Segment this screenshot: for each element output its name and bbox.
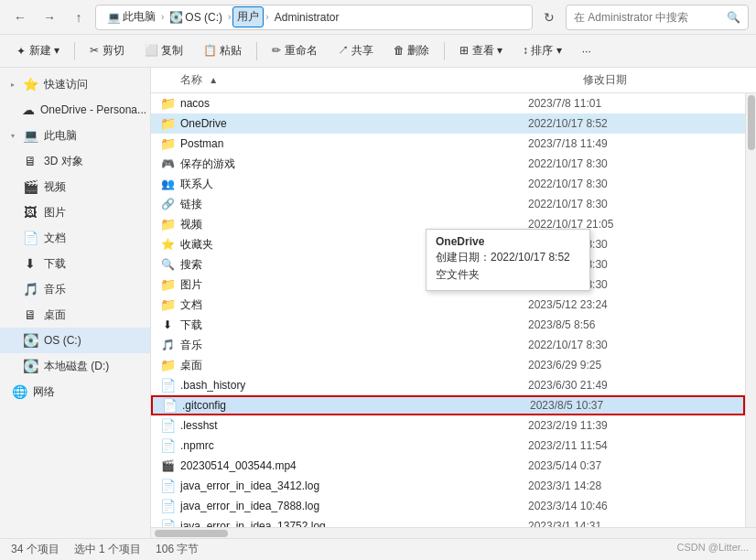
sidebar-item-onedrive[interactable]: ☁ OneDrive - Persona... bbox=[0, 97, 150, 123]
file-row-onedrive[interactable]: 📁 OneDrive 2022/10/17 8:52 bbox=[151, 113, 745, 134]
breadcrumb-bar[interactable]: 💻 此电脑 › 💽 OS (C:) › 用户 › Administrator bbox=[95, 5, 533, 30]
folder-icon-savedgames: 🎮 bbox=[158, 155, 177, 173]
breadcrumb-users[interactable]: 用户 bbox=[232, 6, 264, 27]
search-bar: 🔍 bbox=[566, 5, 749, 30]
expand-icon-quickaccess: ▸ bbox=[11, 81, 15, 89]
sep2: › bbox=[228, 12, 231, 22]
file-header: 名称 ▲ 修改日期 bbox=[151, 68, 756, 93]
file-row-log3[interactable]: 📄 java_error_in_idea_13752.log 2023/3/1 … bbox=[151, 516, 745, 527]
file-list[interactable]: 📁 nacos 2023/7/8 11:01 📁 OneDrive 2022/1… bbox=[151, 93, 745, 527]
file-row-postman[interactable]: 📁 Postman 2023/7/18 11:49 bbox=[151, 134, 745, 154]
file-row-savedgames[interactable]: 🎮 保存的游戏 2022/10/17 8:30 bbox=[151, 154, 745, 174]
file-area-wrapper: 📁 nacos 2023/7/8 11:01 📁 OneDrive 2022/1… bbox=[151, 93, 756, 527]
file-row-desktop[interactable]: 📁 桌面 2023/6/29 9:25 bbox=[151, 355, 745, 375]
folder-icon-documents: 📁 bbox=[158, 296, 177, 314]
sidebar-item-desktop[interactable]: 🖥 桌面 bbox=[0, 302, 150, 328]
file-row-gitconfig[interactable]: 📄 .gitconfig 2023/8/5 10:37 bbox=[151, 395, 745, 415]
downloads-icon: ⬇ bbox=[22, 256, 38, 271]
desktop-icon: 🖥 bbox=[22, 307, 38, 322]
address-bar: ← → ↑ 💻 此电脑 › 💽 OS (C:) › 用户 › Administr… bbox=[0, 0, 756, 35]
sidebar-item-3dobjects[interactable]: 🖥 3D 对象 bbox=[0, 148, 150, 174]
sidebar-item-network[interactable]: 🌐 网络 bbox=[0, 379, 150, 404]
status-selected: 选中 1 个项目 bbox=[74, 542, 141, 557]
more-button[interactable]: ··· bbox=[573, 38, 600, 64]
sidebar-item-documents[interactable]: 📄 文档 bbox=[0, 225, 150, 251]
file-row-lesshst[interactable]: 📄 .lesshst 2023/2/19 11:39 bbox=[151, 415, 745, 436]
cut-button[interactable]: ✂ 剪切 bbox=[81, 38, 133, 64]
search-input[interactable] bbox=[574, 11, 723, 24]
pc-icon: 💻 bbox=[107, 11, 121, 24]
forward-button[interactable]: → bbox=[37, 5, 62, 30]
share-button[interactable]: ↗ 共享 bbox=[329, 38, 383, 64]
file-icon-npmrc: 📄 bbox=[158, 436, 177, 455]
sidebar-item-diskd[interactable]: 💽 本地磁盘 (D:) bbox=[0, 353, 150, 379]
folder-icon-nacos: 📁 bbox=[158, 94, 177, 113]
sidebar-item-quickaccess[interactable]: ▸ ⭐ 快速访问 bbox=[0, 71, 150, 97]
scroll-thumb bbox=[748, 95, 755, 150]
file-row-contacts[interactable]: 👥 联系人 2022/10/17 8:30 bbox=[151, 174, 745, 194]
refresh-button[interactable]: ↻ bbox=[536, 5, 562, 30]
log-icon-3: 📄 bbox=[158, 517, 177, 527]
folder-icon-onedrive: 📁 bbox=[158, 114, 177, 133]
network-icon: 🌐 bbox=[11, 384, 27, 399]
disk-icon-sidebar: 💽 bbox=[22, 333, 38, 348]
sidebar-item-videos[interactable]: 🎬 视频 bbox=[0, 174, 150, 199]
3d-icon: 🖥 bbox=[22, 154, 38, 168]
search-icon: 🔍 bbox=[727, 11, 740, 24]
sort-button[interactable]: ↕ 排序 ▾ bbox=[513, 38, 571, 64]
video-icon-sidebar: 🎬 bbox=[22, 179, 38, 194]
log-icon-1: 📄 bbox=[158, 477, 177, 495]
up-button[interactable]: ↑ bbox=[66, 5, 92, 30]
breadcrumb-thispc[interactable]: 💻 此电脑 bbox=[103, 7, 159, 27]
file-row-log2[interactable]: 📄 java_error_in_idea_7888.log 2023/3/14 … bbox=[151, 496, 745, 516]
folder-icon-pictures: 📁 bbox=[158, 275, 177, 294]
col-name-header[interactable]: 名称 ▲ bbox=[180, 72, 583, 88]
sidebar-item-osc[interactable]: 💽 OS (C:) bbox=[0, 328, 150, 353]
favorites-icon: ⭐ bbox=[158, 235, 177, 253]
file-row-documents[interactable]: 📁 文档 2023/5/12 23:24 bbox=[151, 295, 745, 315]
file-row-links[interactable]: 🔗 链接 2022/10/17 8:30 bbox=[151, 194, 745, 214]
folder-icon-videos: 📁 bbox=[158, 215, 177, 233]
delete-button[interactable]: 🗑 删除 bbox=[384, 38, 438, 64]
bottom-scrollbar[interactable] bbox=[151, 527, 756, 538]
file-row-npmrc[interactable]: 📄 .npmrc 2023/2/11 11:54 bbox=[151, 436, 745, 456]
sidebar-item-thispc[interactable]: ▾ 💻 此电脑 bbox=[0, 123, 150, 148]
toolbar-sep1 bbox=[74, 42, 75, 60]
pc-icon-sidebar: 💻 bbox=[22, 128, 38, 143]
sidebar-item-music[interactable]: 🎵 音乐 bbox=[0, 276, 150, 302]
file-row-downloads[interactable]: ⬇ 下载 2023/8/5 8:56 bbox=[151, 315, 745, 335]
right-scrollbar[interactable] bbox=[745, 93, 756, 527]
disk-d-icon: 💽 bbox=[22, 359, 38, 373]
file-icon-gitconfig: 📄 bbox=[160, 396, 178, 415]
view-button[interactable]: ⊞ 查看 ▾ bbox=[450, 38, 512, 64]
status-size: 106 字节 bbox=[156, 542, 199, 557]
paste-button[interactable]: 📋 粘贴 bbox=[194, 38, 251, 64]
cloud-icon: ☁ bbox=[22, 102, 35, 117]
breadcrumb-osc[interactable]: 💽 OS (C:) bbox=[166, 9, 226, 26]
status-bar: 34 个项目 选中 1 个项目 106 字节 bbox=[0, 538, 756, 560]
col-date-header[interactable]: 修改日期 bbox=[583, 72, 749, 88]
sidebar-item-pictures[interactable]: 🖼 图片 bbox=[0, 199, 150, 225]
log-icon-2: 📄 bbox=[158, 497, 177, 515]
folder-icon-desktop: 📁 bbox=[158, 356, 177, 374]
expand-icon-thispc: ▾ bbox=[11, 132, 15, 140]
rename-button[interactable]: ✏ 重命名 bbox=[263, 38, 326, 64]
disk-icon: 💽 bbox=[169, 11, 183, 24]
sidebar-item-downloads[interactable]: ⬇ 下载 bbox=[0, 251, 150, 276]
sep3: › bbox=[265, 12, 268, 22]
file-row-log1[interactable]: 📄 java_error_in_idea_3412.log 2023/3/1 1… bbox=[151, 476, 745, 496]
breadcrumb-admin[interactable]: Administrator bbox=[271, 9, 343, 26]
copy-button[interactable]: ⬜ 复制 bbox=[135, 38, 192, 64]
toolbar-sep2 bbox=[256, 42, 257, 60]
file-icon-bash-history: 📄 bbox=[158, 376, 177, 394]
file-row-music[interactable]: 🎵 音乐 2022/10/17 8:30 bbox=[151, 335, 745, 355]
back-button[interactable]: ← bbox=[7, 5, 33, 30]
folder-icon-postman: 📁 bbox=[158, 135, 177, 153]
bottom-scroll-thumb bbox=[155, 530, 228, 537]
star-icon: ⭐ bbox=[22, 77, 38, 92]
file-row-bash-history[interactable]: 📄 .bash_history 2023/6/30 21:49 bbox=[151, 375, 745, 395]
new-item-button[interactable]: ✦ 新建 ▾ bbox=[7, 38, 69, 64]
contacts-icon: 👥 bbox=[158, 175, 177, 193]
file-row-nacos[interactable]: 📁 nacos 2023/7/8 11:01 bbox=[151, 93, 745, 113]
file-row-mp4[interactable]: 🎬 20230514_003544.mp4 2023/5/14 0:37 bbox=[151, 456, 745, 476]
